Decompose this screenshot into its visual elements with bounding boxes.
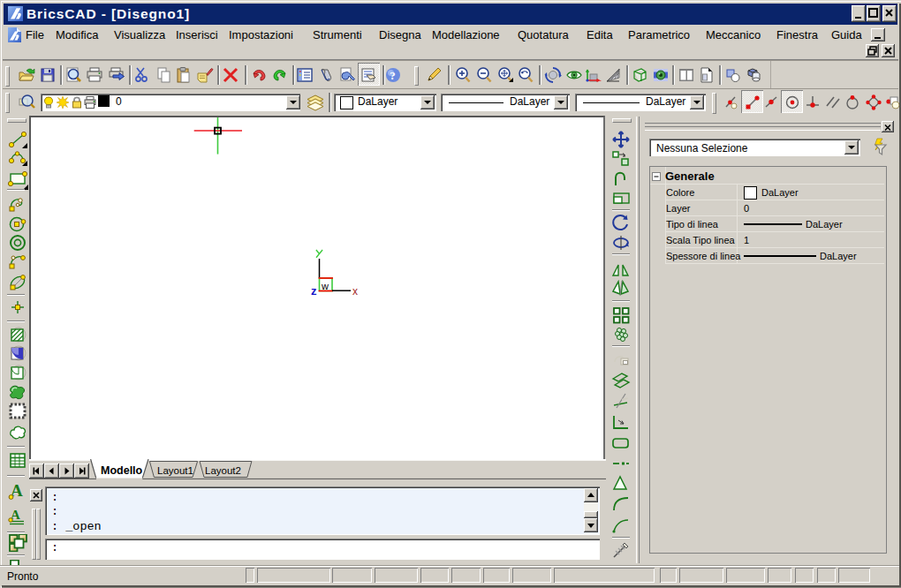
svg-text:Layout2: Layout2 bbox=[205, 465, 241, 476]
svg-text:w: w bbox=[321, 281, 329, 291]
svg-text:?: ? bbox=[390, 69, 396, 82]
svg-text:x: x bbox=[352, 285, 358, 298]
svg-text:z: z bbox=[311, 284, 317, 298]
svg-text:Layout1: Layout1 bbox=[157, 465, 193, 476]
svg-text:Modello: Modello bbox=[101, 464, 143, 477]
